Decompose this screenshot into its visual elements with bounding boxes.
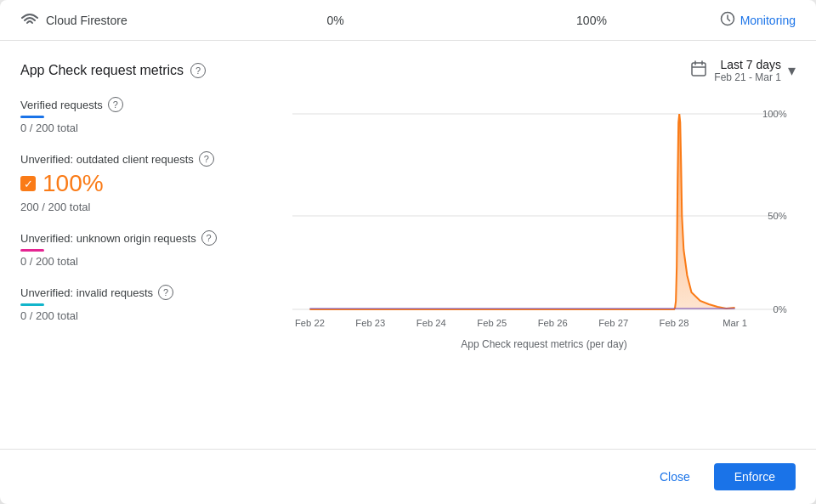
clock-icon: [720, 11, 735, 29]
checkbox-orange: ✓: [20, 176, 36, 191]
metric-line-unknown: [20, 249, 44, 252]
chart-area: 100% 50% 0% Feb 22 Feb 23 Feb 24 Feb 25 …: [292, 97, 796, 442]
metric-label-outdated: Unverified: outdated client requests ?: [20, 151, 279, 167]
metric-line-invalid: [20, 303, 44, 306]
calendar-icon: [690, 60, 707, 82]
metric-total-verified: 0 / 200 total: [20, 122, 279, 134]
date-range-sub: Feb 21 - Mar 1: [714, 71, 781, 83]
metric-label-invalid: Unverified: invalid requests ?: [20, 285, 279, 300]
date-range-selector[interactable]: Last 7 days Feb 21 - Mar 1 ▾: [690, 58, 796, 83]
svg-text:Feb 25: Feb 25: [477, 318, 507, 328]
svg-text:Feb 27: Feb 27: [598, 318, 628, 328]
monitoring-link[interactable]: Monitoring: [720, 11, 796, 29]
date-range-text: Last 7 days Feb 21 - Mar 1: [714, 58, 781, 83]
metric-label-verified: Verified requests ?: [20, 97, 279, 112]
service-name: Cloud Firestore: [46, 14, 128, 27]
metric-percent-row: ✓ 100%: [20, 170, 279, 197]
chart-svg-area: 100% 50% 0% Feb 22 Feb 23 Feb 24 Feb 25 …: [292, 97, 796, 335]
metric-total-invalid: 0 / 200 total: [20, 309, 279, 322]
svg-text:50%: 50%: [768, 211, 787, 221]
svg-text:0%: 0%: [774, 304, 787, 314]
svg-text:Feb 23: Feb 23: [355, 318, 385, 328]
dialog: Cloud Firestore 0% 100% Monitoring App C…: [0, 0, 816, 504]
metrics-list: Verified requests ? 0 / 200 total Unveri…: [20, 97, 292, 442]
chart-x-label: App Check request metrics (per day): [292, 338, 796, 350]
metric-help-invalid[interactable]: ?: [158, 285, 173, 300]
metric-item-invalid: Unverified: invalid requests ? 0 / 200 t…: [20, 285, 279, 322]
svg-text:Feb 26: Feb 26: [538, 318, 568, 328]
metrics-help-icon[interactable]: ?: [190, 63, 206, 78]
chevron-down-icon: ▾: [788, 61, 796, 80]
metric-help-unknown[interactable]: ?: [201, 230, 217, 246]
svg-text:Feb 24: Feb 24: [416, 318, 446, 328]
footer: Close Enforce: [0, 449, 816, 504]
metric-help-outdated[interactable]: ?: [199, 151, 214, 167]
percent-100: 100%: [463, 14, 719, 27]
metric-line-verified: [20, 116, 44, 118]
metric-item-outdated: Unverified: outdated client requests ? ✓…: [20, 151, 279, 213]
svg-text:Feb 22: Feb 22: [295, 318, 325, 328]
metrics-body: Verified requests ? 0 / 200 total Unveri…: [20, 97, 796, 442]
close-button[interactable]: Close: [646, 463, 704, 490]
metric-item-verified: Verified requests ? 0 / 200 total: [20, 97, 279, 134]
enforce-button[interactable]: Enforce: [714, 463, 796, 490]
svg-rect-1: [692, 63, 706, 76]
svg-text:Feb 28: Feb 28: [660, 318, 689, 328]
monitoring-label: Monitoring: [740, 14, 796, 27]
service-info: Cloud Firestore: [20, 10, 207, 30]
metric-label-unknown: Unverified: unknown origin requests ?: [20, 230, 279, 246]
top-bar: Cloud Firestore 0% 100% Monitoring: [0, 0, 816, 41]
metric-total-unknown: 0 / 200 total: [20, 255, 279, 268]
svg-text:100%: 100%: [762, 109, 787, 119]
metric-help-verified[interactable]: ?: [108, 97, 123, 112]
metric-percent-value: 100%: [42, 170, 104, 197]
date-range-main: Last 7 days: [720, 58, 781, 71]
svg-marker-16: [309, 114, 734, 309]
metric-total-outdated: 200 / 200 total: [20, 201, 279, 213]
percent-0: 0%: [207, 14, 463, 27]
metrics-header: App Check request metrics ? Last 7 days …: [20, 58, 796, 83]
metrics-title-text: App Check request metrics: [20, 63, 184, 78]
metric-item-unknown: Unverified: unknown origin requests ? 0 …: [20, 230, 279, 268]
chart-svg: 100% 50% 0% Feb 22 Feb 23 Feb 24 Feb 25 …: [292, 97, 796, 335]
main-content: App Check request metrics ? Last 7 days …: [0, 41, 816, 442]
firestore-icon: [20, 10, 39, 30]
checkmark-icon: ✓: [24, 178, 33, 190]
chart-container: 100% 50% 0% Feb 22 Feb 23 Feb 24 Feb 25 …: [292, 97, 796, 442]
svg-text:Mar 1: Mar 1: [722, 318, 747, 328]
metrics-title-area: App Check request metrics ?: [20, 63, 206, 78]
